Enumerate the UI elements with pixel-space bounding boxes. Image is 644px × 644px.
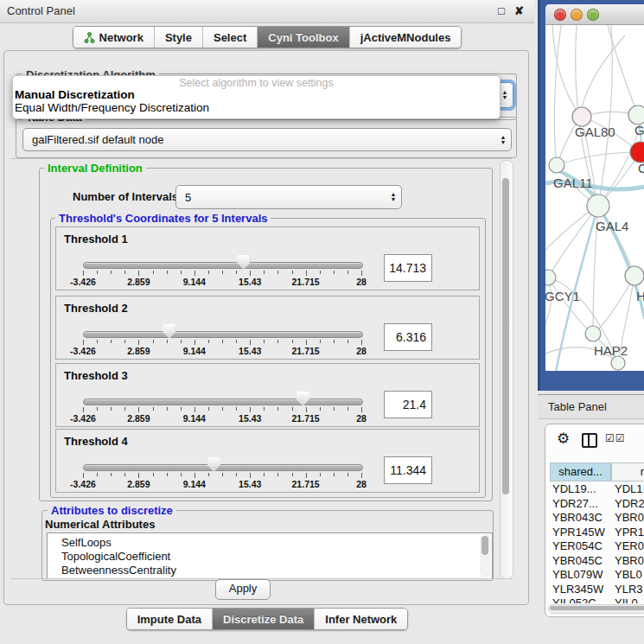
network-node-label: GAL4 [596, 219, 628, 233]
slider-tick [97, 340, 98, 343]
table-row[interactable]: YLR345WYLR3 [545, 583, 644, 596]
slider-tick-label: -3.426 [60, 413, 106, 424]
close-icon[interactable]: ✘ [514, 4, 524, 17]
tab-select[interactable]: Select [202, 27, 257, 48]
tab-cyni-toolbox[interactable]: Cyni Toolbox [257, 27, 348, 48]
threshold-value-field[interactable]: 6.316 [384, 323, 432, 351]
cell-name: YIL0 [615, 596, 638, 603]
slider-tick [153, 473, 154, 476]
network-node[interactable] [611, 356, 625, 370]
threshold-value-field[interactable]: 21.4 [384, 391, 432, 418]
bottom-tab-label: Impute Data [137, 613, 201, 626]
table-row[interactable]: YDR27...YDR2 [545, 497, 644, 511]
threshold-value-field[interactable]: 14.713 [384, 254, 432, 282]
table-row[interactable]: YDL19...YDL1 [545, 482, 644, 496]
slider-tick-label: -3.426 [60, 479, 106, 489]
cell-shared-name: YER054C [552, 539, 603, 553]
slider-tick [194, 407, 195, 412]
scrollbar-thumb[interactable] [481, 536, 488, 555]
numerical-attributes-list[interactable]: SelfLoopsTopologicalCoefficientBetweenne… [47, 532, 493, 579]
control-panel-scrollbar[interactable] [500, 160, 513, 579]
threshold-slider-track[interactable] [83, 399, 363, 405]
scrollbar-thumb[interactable] [550, 606, 644, 610]
cell-shared-name: YPR145W [552, 526, 605, 539]
column-header[interactable]: shared... [550, 462, 611, 481]
slider-tick [250, 340, 251, 345]
tab-style[interactable]: Style [154, 27, 202, 48]
table-h-scrollbar[interactable] [548, 604, 644, 614]
bottom-tab-infer-network[interactable]: Infer Network [314, 609, 407, 629]
slider-tick-label: -3.426 [60, 277, 106, 287]
apply-button[interactable]: Apply [215, 579, 271, 600]
zoom-window-icon[interactable] [587, 9, 599, 21]
slider-tick [222, 271, 223, 274]
attributes-list-scrollbar[interactable] [480, 534, 491, 577]
network-node[interactable] [585, 326, 601, 341]
checked-box-icons[interactable]: ☑☑ [605, 432, 626, 444]
attributes-group-title: Attributes to discretize [48, 504, 176, 517]
cell-shared-name: YDR27... [552, 497, 598, 511]
table-row[interactable]: YIL052CYIL0 [545, 596, 644, 603]
network-icon [84, 32, 95, 43]
network-window-titlebar[interactable] [545, 4, 644, 25]
threshold-slider-track[interactable] [83, 262, 363, 269]
table-row[interactable]: YBR045CYBR0 [545, 554, 644, 568]
network-node[interactable] [572, 107, 591, 126]
minimize-window-icon[interactable] [571, 9, 583, 21]
slider-tick-label: 28 [338, 479, 385, 489]
slider-tick [292, 407, 293, 411]
node-table[interactable]: YDL19...YDL1YDR27...YDR2YBR043CYBR0YPR14… [545, 482, 644, 603]
attribute-item[interactable]: SelfLoops [48, 533, 492, 550]
threshold-value-field[interactable]: 11.344 [384, 456, 432, 484]
network-node[interactable] [630, 142, 644, 163]
slider-tick [181, 271, 182, 274]
slider-tick-label: 21.715 [283, 479, 329, 489]
close-window-icon[interactable] [554, 9, 566, 21]
attribute-item[interactable]: TopologicalCoefficient [48, 550, 492, 564]
threshold-slider-track[interactable] [83, 464, 363, 471]
network-node[interactable] [628, 105, 644, 124]
attribute-item[interactable]: BetweennessCentrality [48, 564, 492, 577]
slider-tick [124, 473, 125, 476]
table-row[interactable]: YBL079WYBL0 [545, 568, 644, 582]
float-icon[interactable]: □ [498, 4, 505, 17]
table-data-combobox[interactable]: galFiltered.sif default node ▲▼ [22, 128, 512, 151]
scrollbar-thumb[interactable] [502, 178, 509, 494]
slider-tick [292, 271, 293, 274]
column-header[interactable]: name [611, 462, 644, 481]
network-canvas[interactable]: GAL80GACGAL11GAL4GCY1HHAP2 [545, 25, 644, 371]
table-row[interactable]: YBR043CYBR0 [545, 511, 644, 525]
bottom-tab-discretize-data[interactable]: Discretize Data [212, 609, 314, 629]
slider-tick [208, 340, 209, 343]
bottom-tab-impute-data[interactable]: Impute Data [127, 609, 212, 629]
network-node[interactable] [549, 157, 564, 173]
slider-tick [306, 340, 307, 345]
gear-icon[interactable]: ⚙ [557, 430, 570, 448]
tab-network[interactable]: Network [73, 27, 154, 48]
network-node[interactable] [625, 266, 644, 285]
thresholds-group-title: Threshold's Coordinates for 5 Intervals [55, 212, 271, 225]
slider-tick [236, 340, 237, 343]
table-panel: ⚙ ☑☑ shared...name YDL19...YDL1YDR27...Y… [545, 424, 644, 617]
tab-label: jActiveMNodules [360, 31, 451, 44]
control-panel-titlebar: Control Panel □ ✘ [0, 0, 534, 23]
algorithm-option[interactable]: Manual Discretization [13, 88, 500, 101]
threshold-slider-track[interactable] [83, 331, 363, 338]
slider-tick [208, 271, 209, 274]
table-row[interactable]: YPR145WYPR1 [545, 526, 644, 539]
cell-name: YPR1 [615, 526, 644, 539]
slider-tick [306, 271, 307, 276]
slider-tick [111, 340, 112, 343]
table-row[interactable]: YER054CYER0 [545, 539, 644, 553]
tab-jactivemnodules[interactable]: jActiveMNodules [349, 27, 462, 48]
slider-tick-label: 9.144 [171, 346, 218, 356]
network-node[interactable] [587, 194, 609, 217]
slider-tick [111, 473, 112, 476]
network-node[interactable] [545, 270, 556, 285]
slider-tick [264, 271, 265, 274]
cell-shared-name: YIL052C [552, 596, 596, 603]
number-of-intervals-combobox[interactable]: 5 ▲▼ [175, 185, 402, 209]
tab-label: Network [99, 31, 143, 44]
split-columns-icon[interactable] [582, 433, 597, 448]
algorithm-option[interactable]: Equal Width/Frequency Discretization [13, 101, 500, 114]
